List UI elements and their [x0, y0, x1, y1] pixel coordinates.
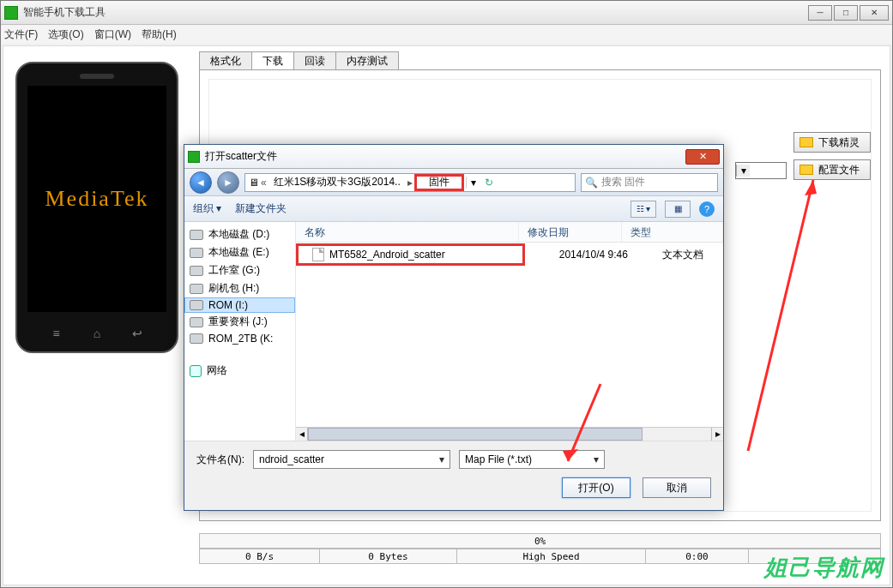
tree-item-d[interactable]: 本地磁盘 (D:): [184, 225, 295, 243]
status-rate: 0 B/s: [200, 549, 320, 563]
phone-menu-icon: ≡: [45, 326, 68, 341]
file-name-highlight: MT6582_Android_scatter: [296, 243, 525, 266]
search-placeholder: 搜索 固件: [601, 175, 645, 189]
tab-download[interactable]: 下载: [251, 51, 294, 70]
config-file-button[interactable]: 配置文件: [793, 159, 871, 180]
status-bytes: 0 Bytes: [320, 549, 457, 563]
col-type[interactable]: 类型: [622, 222, 723, 242]
tree-item-k[interactable]: ROM_2TB (K:: [184, 331, 295, 346]
download-wizard-button[interactable]: 下载精灵: [793, 132, 871, 153]
filename-value: ndroid_scatter: [259, 453, 324, 465]
open-button[interactable]: 打开(O): [562, 477, 631, 498]
breadcrumb-seg-1[interactable]: 红米1S移动双卡3G版2014..: [269, 174, 406, 191]
phone-back-icon: ↩: [126, 326, 148, 341]
tree-label: ROM (I:): [208, 299, 248, 311]
menu-file[interactable]: 文件(F): [4, 27, 38, 42]
tree-item-e[interactable]: 本地磁盘 (E:): [184, 243, 295, 261]
preview-pane-button[interactable]: ▦: [665, 201, 691, 218]
dialog-body: 本地磁盘 (D:) 本地磁盘 (E:) 工作室 (G:) 刷机包 (H:) RO…: [184, 222, 723, 441]
drive-icon: [190, 266, 203, 276]
dialog-toolbar: 组织 ▾ 新建文件夹 ☷ ▾ ▦ ?: [184, 196, 723, 222]
nav-forward-button[interactable]: ►: [217, 171, 239, 194]
tree-item-network[interactable]: 网络: [184, 362, 295, 380]
open-button-label: 打开(O): [578, 481, 613, 495]
drive-icon: [190, 248, 203, 258]
app-icon: [4, 6, 18, 20]
file-date: 2014/10/4 9:46: [559, 249, 662, 261]
cancel-button[interactable]: 取消: [643, 477, 711, 498]
file-filter-combo[interactable]: Map File (*.txt) ▾: [459, 450, 605, 469]
tab-format[interactable]: 格式化: [199, 51, 252, 70]
organize-menu[interactable]: 组织 ▾: [193, 201, 221, 216]
col-name[interactable]: 名称: [296, 222, 519, 242]
file-type: 文本文档: [662, 248, 703, 262]
dialog-titlebar: 打开scatter文件 ✕: [184, 145, 723, 169]
file-list: 名称 修改日期 类型 MT6582_Android_scatter 2014/1…: [296, 222, 723, 441]
breadcrumb-seg1-label: 红米1S移动双卡3G版2014..: [274, 175, 401, 189]
phone-preview: BM MediaTek ≡ ⌂ ↩: [15, 62, 178, 353]
search-input[interactable]: 🔍 搜索 固件: [581, 173, 718, 192]
filename-input[interactable]: ndroid_scatter ▾: [253, 450, 450, 469]
scroll-left-icon[interactable]: ◂: [296, 428, 308, 441]
phone-logo: MediaTek: [45, 186, 148, 212]
close-button[interactable]: ✕: [860, 5, 889, 21]
phone-screen: MediaTek: [27, 86, 166, 312]
tree-label: 本地磁盘 (E:): [208, 245, 269, 260]
phone-home-icon: ⌂: [86, 326, 108, 341]
scroll-right-icon[interactable]: ▸: [711, 428, 723, 441]
tabstrip: 格式化 下载 回读 内存测试: [199, 51, 398, 70]
search-icon: 🔍: [585, 177, 598, 189]
watermark: 姐己导航网: [764, 553, 884, 583]
menu-options[interactable]: 选项(O): [48, 27, 83, 42]
chevron-down-icon: ▾: [594, 453, 599, 465]
filename-label: 文件名(N):: [196, 453, 244, 467]
tree-item-j[interactable]: 重要资料 (J:): [184, 313, 295, 331]
tree-item-i[interactable]: ROM (I:): [184, 297, 295, 313]
status-speed: High Speed: [457, 549, 646, 563]
config-combo[interactable]: ▾: [735, 162, 787, 179]
horizontal-scrollbar[interactable]: ◂ ▸: [296, 427, 723, 441]
minimize-button[interactable]: ─: [808, 5, 832, 21]
col-modified[interactable]: 修改日期: [519, 222, 622, 242]
filter-label: Map File (*.txt): [465, 453, 532, 465]
menu-help[interactable]: 帮助(H): [142, 27, 177, 42]
folder-tree[interactable]: 本地磁盘 (D:) 本地磁盘 (E:) 工作室 (G:) 刷机包 (H:) RO…: [184, 222, 296, 441]
tree-label: ROM_2TB (K:: [208, 333, 273, 345]
chevron-right-icon: ▸: [407, 177, 413, 189]
refresh-icon[interactable]: ↻: [483, 177, 495, 189]
titlebar: 智能手机下载工具 ─ □ ✕: [1, 1, 892, 25]
menu-window[interactable]: 窗口(W): [94, 27, 131, 42]
tab-readback[interactable]: 回读: [293, 51, 336, 70]
network-icon: [190, 365, 202, 377]
view-mode-button[interactable]: ☷ ▾: [631, 201, 656, 218]
breadcrumb-dropdown[interactable]: ▾: [466, 177, 481, 189]
nav-back-button[interactable]: ◄: [190, 171, 212, 194]
tree-label: 工作室 (G:): [208, 263, 260, 278]
chevron-right-icon: «: [261, 177, 267, 189]
drive-icon: [190, 300, 203, 310]
workarea: BM MediaTek ≡ ⌂ ↩ 格式化 下载 回读 内存测试 下载精灵: [3, 45, 890, 585]
dialog-icon: [188, 151, 200, 163]
breadcrumb-seg2-label: 固件: [429, 175, 450, 189]
maximize-button[interactable]: □: [834, 5, 858, 21]
file-name: MT6582_Android_scatter: [329, 249, 445, 261]
file-list-header: 名称 修改日期 类型: [296, 222, 723, 243]
main-window: 智能手机下载工具 ─ □ ✕ 文件(F) 选项(O) 窗口(W) 帮助(H) B…: [0, 0, 893, 588]
cancel-button-label: 取消: [667, 481, 687, 495]
drive-icon: [190, 333, 203, 344]
tree-label: 网络: [207, 363, 227, 378]
tab-memtest[interactable]: 内存测试: [335, 51, 399, 70]
tree-item-h[interactable]: 刷机包 (H:): [184, 279, 295, 297]
file-row[interactable]: MT6582_Android_scatter 2014/10/4 9:46 文本…: [296, 243, 723, 267]
progress-label: 0%: [200, 534, 880, 548]
dialog-close-button[interactable]: ✕: [685, 149, 720, 165]
tree-item-g[interactable]: 工作室 (G:): [184, 261, 295, 279]
status-time: 0:00: [646, 549, 749, 563]
scroll-thumb[interactable]: [308, 428, 643, 441]
breadcrumb[interactable]: 🖥 « 红米1S移动双卡3G版2014.. ▸ 固件 ▾ ↻: [244, 173, 576, 192]
new-folder-button[interactable]: 新建文件夹: [235, 201, 287, 216]
help-icon[interactable]: ?: [699, 201, 715, 217]
tree-label: 重要资料 (J:): [208, 315, 268, 329]
breadcrumb-seg-2[interactable]: 固件: [414, 174, 464, 191]
phone-earpiece: [80, 74, 114, 79]
